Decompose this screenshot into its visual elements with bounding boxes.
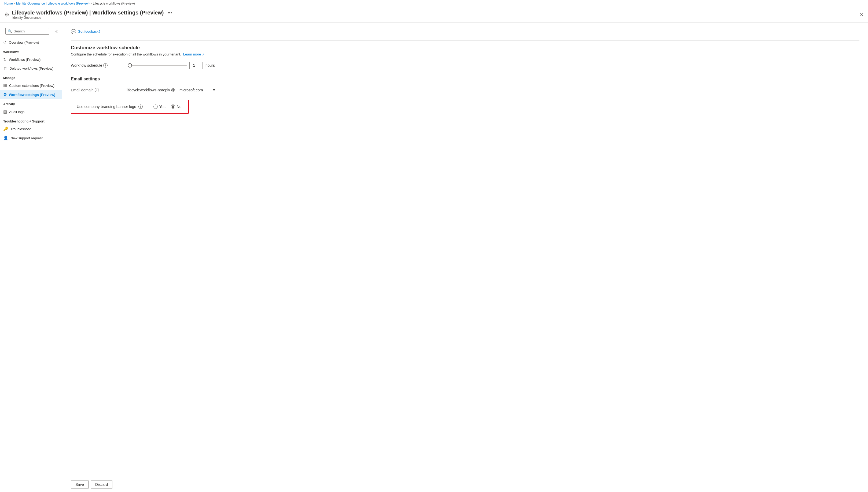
sidebar-item-troubleshoot[interactable]: 🔑 Troubleshoot	[0, 124, 62, 133]
schedule-section-title: Customize workflow schedule	[71, 45, 860, 51]
sidebar-item-new-support-request-label: New support request	[10, 136, 43, 140]
schedule-section-desc: Configure the schedule for execution of …	[71, 52, 860, 56]
breadcrumb-sep-1: ›	[14, 2, 15, 5]
feedback-icon: 💬	[71, 29, 76, 34]
collapse-button[interactable]: «	[53, 28, 60, 34]
sidebar-section-workflows: Workflows ↻ Workflows (Preview) 🗑 Delete…	[0, 47, 62, 73]
workflow-schedule-row: Workflow schedule i hours	[71, 62, 860, 69]
sidebar-item-audit-logs[interactable]: ▤ Audit logs	[0, 107, 62, 116]
action-bar: Save Discard	[62, 477, 868, 492]
email-domain-select[interactable]: microsoft.com	[177, 86, 217, 94]
search-input[interactable]	[14, 29, 47, 33]
sidebar-item-workflows-label: Workflows (Preview)	[9, 58, 41, 62]
sidebar-item-workflows[interactable]: ↻ Workflows (Preview)	[0, 55, 62, 64]
branding-no-radio[interactable]	[171, 104, 175, 109]
branding-label: Use company branding banner logo i	[77, 104, 143, 109]
breadcrumb: Home › Identity Governance | Lifecycle w…	[0, 0, 868, 7]
sidebar-section-troubleshooting: Troubleshooting + Support 🔑 Troubleshoot…	[0, 116, 62, 143]
workflow-schedule-info-icon[interactable]: i	[103, 63, 108, 68]
workflows-icon: ↻	[3, 57, 7, 62]
search-icon: 🔍	[8, 29, 12, 33]
breadcrumb-home[interactable]: Home	[4, 2, 13, 5]
branding-radio-group: Yes No	[154, 104, 182, 109]
workflow-settings-icon: ⚙	[3, 92, 7, 97]
slider-container: hours	[128, 62, 215, 69]
sidebar-item-overview[interactable]: ↺ Overview (Preview)	[0, 38, 62, 47]
section-label-workflows: Workflows	[0, 47, 62, 55]
company-branding-box: Use company branding banner logo i Yes N…	[71, 100, 189, 114]
hours-label: hours	[206, 63, 215, 68]
sidebar-item-troubleshoot-label: Troubleshoot	[10, 127, 30, 131]
deleted-workflows-icon: 🗑	[3, 66, 7, 71]
custom-extensions-icon: ▦	[3, 83, 7, 88]
email-prefix: lifecycleworkflows-noreply @	[126, 88, 175, 92]
close-icon[interactable]: ✕	[860, 12, 864, 18]
search-box[interactable]: 🔍	[5, 28, 49, 34]
page-subtitle: Identity Governance	[12, 16, 172, 20]
section-label-activity: Activity	[0, 99, 62, 107]
sidebar-item-audit-logs-label: Audit logs	[9, 110, 24, 114]
breadcrumb-identity-gov[interactable]: Identity Governance | Lifecycle workflow…	[16, 2, 90, 5]
sidebar-item-deleted-workflows-label: Deleted workflows (Preview)	[9, 67, 53, 71]
overview-icon: ↺	[3, 40, 7, 45]
hours-input[interactable]	[189, 62, 203, 69]
sidebar: 🔍 « ↺ Overview (Preview) Workflows ↻ Wor…	[0, 23, 62, 492]
schedule-slider[interactable]	[128, 65, 187, 66]
branding-no-label: No	[177, 104, 182, 109]
workflow-schedule-label: Workflow schedule i	[71, 63, 124, 68]
sidebar-item-new-support-request[interactable]: 👤 New support request	[0, 133, 62, 143]
page-header: ⚙ Lifecycle workflows (Preview) | Workfl…	[0, 7, 868, 23]
sidebar-item-workflow-settings-label: Workflow settings (Preview)	[9, 93, 55, 97]
branding-yes-option[interactable]: Yes	[154, 104, 165, 109]
page-title: Lifecycle workflows (Preview) | Workflow…	[12, 10, 164, 16]
sidebar-item-overview-label: Overview (Preview)	[9, 41, 39, 45]
email-section-title: Email settings	[71, 77, 860, 81]
sidebar-section-manage: Manage ▦ Custom extensions (Preview) ⚙ W…	[0, 73, 62, 99]
branding-yes-label: Yes	[159, 104, 165, 109]
support-request-icon: 👤	[3, 136, 8, 141]
divider-top	[71, 41, 860, 41]
sidebar-item-deleted-workflows[interactable]: 🗑 Deleted workflows (Preview)	[0, 64, 62, 73]
gear-icon: ⚙	[4, 11, 10, 18]
troubleshoot-icon: 🔑	[3, 126, 8, 131]
email-domain-label: Email domain i	[71, 88, 124, 92]
email-domain-info-icon[interactable]: i	[95, 88, 99, 92]
sidebar-section-activity: Activity ▤ Audit logs	[0, 99, 62, 116]
feedback-label[interactable]: Got feedback?	[78, 29, 100, 33]
feedback-bar[interactable]: 💬 Got feedback?	[71, 29, 860, 34]
sidebar-item-custom-extensions-label: Custom extensions (Preview)	[9, 83, 54, 88]
more-options-icon[interactable]: •••	[168, 10, 172, 15]
title-group: Lifecycle workflows (Preview) | Workflow…	[12, 10, 172, 20]
branding-yes-radio[interactable]	[154, 104, 158, 109]
branding-no-option[interactable]: No	[171, 104, 182, 109]
sidebar-item-custom-extensions[interactable]: ▦ Custom extensions (Preview)	[0, 81, 62, 90]
email-domain-row: Email domain i lifecycleworkflows-norepl…	[71, 86, 860, 94]
breadcrumb-sep-2: ›	[91, 2, 92, 5]
email-domain-select-wrapper: microsoft.com ▼	[177, 86, 217, 94]
learn-more-link[interactable]: Learn more ↗	[183, 52, 204, 56]
discard-button[interactable]: Discard	[91, 480, 112, 489]
breadcrumb-current: Lifecycle workflows (Preview)	[93, 2, 135, 5]
branding-info-icon[interactable]: i	[138, 104, 143, 109]
section-label-troubleshooting: Troubleshooting + Support	[0, 116, 62, 124]
schedule-section: Customize workflow schedule Configure th…	[71, 45, 860, 69]
main-content: 💬 Got feedback? Customize workflow sched…	[62, 23, 868, 477]
external-link-icon: ↗	[202, 53, 204, 56]
email-settings-section: Email settings Email domain i lifecyclew…	[71, 77, 860, 114]
save-button[interactable]: Save	[71, 480, 89, 489]
section-label-manage: Manage	[0, 73, 62, 81]
sidebar-item-workflow-settings[interactable]: ⚙ Workflow settings (Preview)	[0, 90, 62, 99]
audit-logs-icon: ▤	[3, 109, 7, 114]
